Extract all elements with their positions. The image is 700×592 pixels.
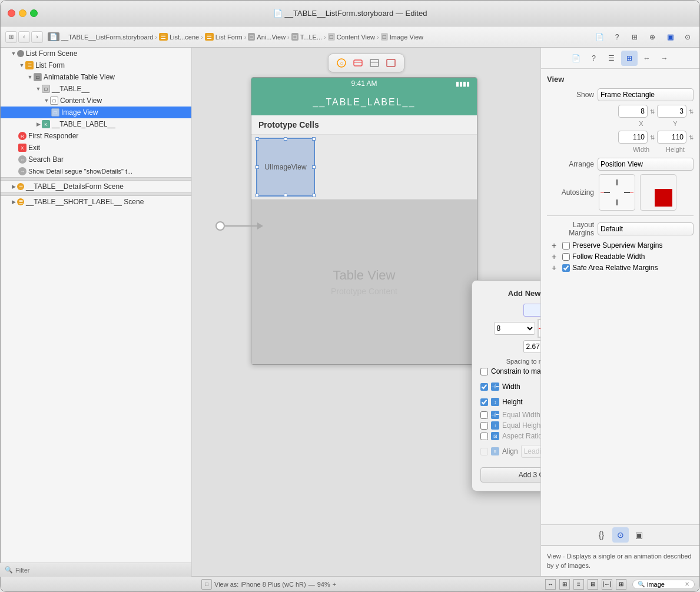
- resize-handle-l[interactable]: [256, 165, 259, 169]
- preserve-superview-checkbox[interactable]: [562, 242, 570, 250]
- align-value-select[interactable]: Leading Edges: [521, 445, 540, 458]
- height-input[interactable]: [657, 131, 686, 144]
- width-stepper[interactable]: ⇅: [650, 134, 655, 141]
- breadcrumb-item-2[interactable]: List Form: [215, 34, 243, 41]
- sidebar-item-animtable[interactable]: ▼ □ Animatable Table View: [1, 71, 191, 83]
- sidebar-item-table[interactable]: ▼ □ __TABLE__: [1, 83, 191, 95]
- align-checkbox[interactable]: [480, 448, 488, 455]
- panel-tab2-1[interactable]: {}: [593, 527, 610, 543]
- sidebar-item-segue[interactable]: → Show Detail segue "showDetails" t...: [1, 165, 191, 177]
- layout-margins-select[interactable]: Default: [598, 222, 694, 235]
- plus-row-2: + Follow Readable Width: [552, 252, 694, 261]
- width-input[interactable]: [618, 131, 648, 144]
- panel-tab-connections[interactable]: →: [656, 51, 673, 66]
- safe-area-checkbox[interactable]: [562, 264, 570, 272]
- close-button[interactable]: [8, 9, 15, 17]
- add-file-button[interactable]: 📄: [592, 30, 606, 44]
- x-input[interactable]: [618, 105, 648, 118]
- canvas-area[interactable]: ○ 9:41 AM ▮▮▮▮: [192, 48, 540, 576]
- panel-tab2-2[interactable]: ⊙: [612, 527, 629, 543]
- width-constraint-checkbox[interactable]: [480, 383, 488, 391]
- sidebar-item-responder[interactable]: R First Responder: [1, 130, 191, 142]
- constrain-margins-checkbox[interactable]: [480, 368, 488, 375]
- resize-handle-t[interactable]: [284, 137, 287, 141]
- resize-handle-bl[interactable]: [256, 194, 259, 197]
- sidebar-item-tablelabel[interactable]: ▶ K __TABLE_LABEL__: [1, 118, 191, 130]
- sidebar-item-contentview[interactable]: ▼ □ Content View: [1, 95, 191, 107]
- x-stepper[interactable]: ⇅: [650, 108, 655, 115]
- help-button[interactable]: ?: [610, 30, 624, 44]
- top-constraint-select[interactable]: 3: [523, 304, 541, 317]
- sidebar-item-shortlabelscene[interactable]: ▶ ☰ __TABLE__SHORT_LABEL__ Scene: [1, 196, 191, 208]
- bottom-constraint-select[interactable]: 2.67: [523, 340, 541, 353]
- insert-button[interactable]: ⊕: [645, 30, 659, 44]
- fit-button-3[interactable]: ≡: [573, 579, 584, 590]
- panel-tab-identity[interactable]: ☰: [603, 51, 620, 66]
- panel-tab2-3[interactable]: ▣: [631, 527, 648, 543]
- object-search-field[interactable]: 🔍 ✕: [632, 580, 695, 589]
- share-button[interactable]: ⊙: [681, 30, 695, 44]
- fit-button-1[interactable]: ↔: [545, 579, 556, 590]
- panel-tab-quick[interactable]: ?: [586, 51, 602, 66]
- svg-text:○: ○: [340, 60, 343, 66]
- breadcrumb-item-0[interactable]: __TABLE__ListForm.storyboard: [61, 34, 153, 41]
- grid-view-button[interactable]: ⊞: [5, 31, 17, 43]
- y-input[interactable]: [657, 105, 686, 118]
- resize-handle-b[interactable]: [284, 194, 287, 197]
- y-stepper[interactable]: ⇅: [689, 108, 694, 115]
- left-constraint-select[interactable]: 8: [494, 322, 535, 335]
- align-button[interactable]: |←|: [602, 579, 612, 590]
- equal-widths-checkbox[interactable]: [480, 411, 488, 419]
- add-constraints-button[interactable]: Add 3 Constraints: [480, 467, 540, 483]
- panel-tab-file[interactable]: 📄: [568, 51, 585, 66]
- minimize-button[interactable]: [19, 9, 26, 17]
- sidebar-item-listform[interactable]: ▼ ☰ List Form: [1, 59, 191, 71]
- sidebar-item-scene[interactable]: ▼ List Form Scene: [1, 48, 191, 59]
- panel-toggle[interactable]: ▣: [663, 30, 677, 44]
- canvas-tool-1[interactable]: ○: [334, 56, 349, 69]
- resize-handle-tl[interactable]: [256, 137, 259, 141]
- fit-button-2[interactable]: ⊞: [559, 579, 570, 590]
- breadcrumb-item-3[interactable]: Ani...View: [257, 34, 286, 41]
- sidebar-item-detailsscene[interactable]: ▶ ☰ __TABLE__DetailsForm Scene: [1, 181, 191, 192]
- equal-heights-checkbox[interactable]: [480, 422, 488, 430]
- sim-imageview[interactable]: UIImageView: [256, 138, 315, 197]
- sidebar-item-imageview[interactable]: □ Image View: [1, 107, 191, 118]
- back-button[interactable]: ‹: [18, 31, 30, 43]
- object-search-input[interactable]: [647, 581, 682, 588]
- breadcrumb-item-1[interactable]: List...cene: [170, 34, 199, 41]
- object-search-clear[interactable]: ✕: [685, 581, 689, 587]
- canvas-tool-4[interactable]: [384, 56, 398, 69]
- height-stepper[interactable]: ⇅: [689, 134, 694, 141]
- canvas-tool-3[interactable]: [367, 56, 381, 69]
- canvas-size-button[interactable]: □: [201, 579, 212, 590]
- filter-input[interactable]: [15, 567, 187, 574]
- autosizing-widget[interactable]: [599, 174, 635, 211]
- zoom-plus[interactable]: +: [333, 581, 336, 588]
- sidebar-label-exit: Exit: [28, 144, 40, 152]
- arrange-select[interactable]: Position View: [598, 158, 694, 171]
- aspect-ratio-checkbox[interactable]: [480, 433, 488, 440]
- maximize-button[interactable]: [30, 9, 38, 17]
- breadcrumb-item-6[interactable]: Image View: [390, 34, 423, 41]
- sidebar-item-searchbar[interactable]: ○ Search Bar: [1, 154, 191, 165]
- sim-cell[interactable]: UIImageView: [251, 135, 477, 199]
- breadcrumb-item-4[interactable]: T...LE...: [300, 34, 322, 41]
- view-toggle[interactable]: ⊞: [616, 579, 626, 590]
- inspector-button[interactable]: ⊞: [628, 30, 642, 44]
- sidebar-label-table: __TABLE__: [52, 85, 89, 93]
- fit-button-4[interactable]: ⊞: [588, 579, 598, 590]
- panel-tab-size[interactable]: ↔: [639, 51, 655, 66]
- height-constraint-checkbox[interactable]: [480, 398, 488, 406]
- sidebar-item-exit[interactable]: X Exit: [1, 142, 191, 154]
- resize-handle-br[interactable]: [312, 194, 316, 197]
- readable-width-checkbox[interactable]: [562, 253, 570, 261]
- breadcrumb-item-5[interactable]: Content View: [337, 34, 375, 41]
- panel-tab-attributes[interactable]: ⊞: [621, 51, 638, 66]
- canvas-tool-2[interactable]: [351, 56, 365, 69]
- resize-handle-tr[interactable]: [312, 137, 316, 141]
- show-select[interactable]: Frame Rectangle: [598, 88, 694, 101]
- sidebar-label-contentview: Content View: [60, 97, 102, 105]
- forward-button[interactable]: ›: [31, 31, 43, 43]
- resize-handle-r[interactable]: [312, 165, 316, 169]
